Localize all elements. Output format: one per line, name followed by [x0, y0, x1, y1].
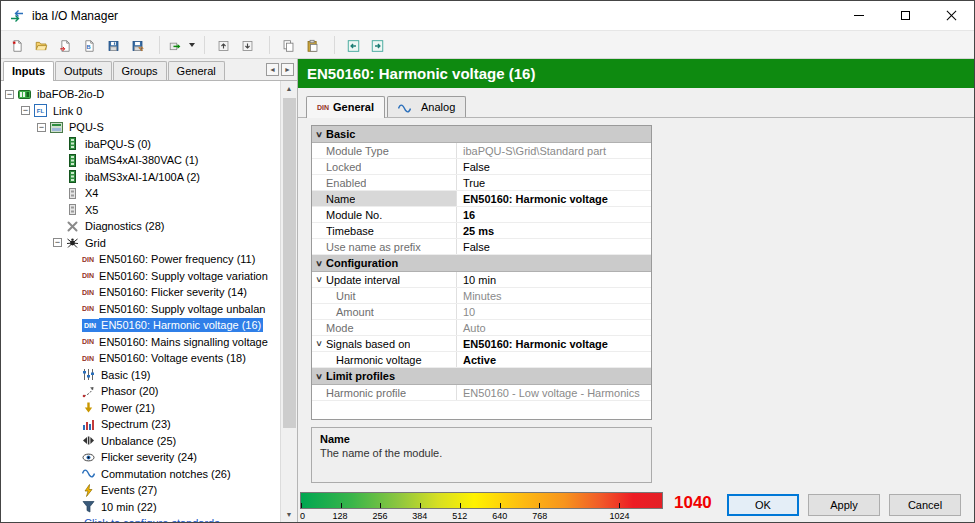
grid-section-header[interactable]: ∨Configuration [312, 255, 651, 272]
property-value-cell[interactable]: 10 [457, 304, 651, 319]
dropdown-caret-icon[interactable] [189, 43, 195, 47]
minimize-button[interactable] [836, 1, 882, 30]
tab-scroll-right-icon[interactable]: ► [281, 63, 294, 76]
grid-row[interactable]: NameEN50160: Harmonic voltage [312, 191, 651, 207]
tree-item[interactable]: DINEN50160: Power frequency (11) [1, 251, 280, 268]
tree-item[interactable]: −ibaFOB-2io-D [1, 86, 280, 103]
move-up-button[interactable] [213, 33, 237, 57]
collapse-icon[interactable]: − [21, 106, 30, 115]
tree-item[interactable]: DINEN50160: Supply voltage unbalan [1, 301, 280, 318]
tree-item[interactable]: 10 min (22) [1, 499, 280, 516]
collapse-icon[interactable]: ∨ [310, 372, 328, 381]
property-value-cell[interactable]: False [457, 239, 651, 254]
tree-item[interactable]: −Grid [1, 235, 280, 252]
apply-button[interactable]: Apply [808, 494, 880, 516]
tab-general[interactable]: General [168, 61, 225, 80]
tree-item[interactable]: Commutation notches (26) [1, 466, 280, 483]
grid-row[interactable]: Amount10 [312, 304, 651, 320]
grid-row[interactable]: Timebase25 ms [312, 223, 651, 239]
collapse-icon[interactable]: ∨ [312, 275, 328, 284]
collapse-icon[interactable]: − [53, 238, 62, 247]
tree-item[interactable]: X4 [1, 185, 280, 202]
property-value-cell[interactable]: Minutes [457, 288, 651, 303]
property-name-cell: Harmonic profile [312, 385, 457, 400]
property-value-cell[interactable]: Auto [457, 320, 651, 335]
tab-outputs[interactable]: Outputs [55, 61, 112, 80]
property-value-cell[interactable]: True [457, 175, 651, 190]
tree-item[interactable]: Click to configure standards [1, 515, 280, 522]
tree-item[interactable]: X5 [1, 202, 280, 219]
grid-row[interactable]: Harmonic profileEN50160 - Low voltage - … [312, 385, 651, 401]
cancel-button[interactable]: Cancel [889, 494, 961, 516]
maximize-button[interactable] [882, 1, 928, 30]
tree-item[interactable]: Flicker severity (24) [1, 449, 280, 466]
tree-item[interactable]: DINEN50160: Supply voltage variation [1, 268, 280, 285]
tree-item[interactable]: Diagnostics (28) [1, 218, 280, 235]
property-value-cell[interactable]: 16 [457, 207, 651, 222]
export-config-button[interactable] [127, 33, 151, 57]
tree-item[interactable]: −PQU-S [1, 119, 280, 136]
edit-config-button[interactable]: B [79, 33, 103, 57]
new-config-button[interactable] [7, 33, 31, 57]
grid-section-header[interactable]: ∨Basic [312, 126, 651, 143]
property-value-cell[interactable]: EN50160 - Low voltage - Harmonics [457, 385, 651, 400]
grid-row[interactable]: ModeAuto [312, 320, 651, 336]
tree-item[interactable]: Spectrum (23) [1, 416, 280, 433]
grid-row[interactable]: Module TypeibaPQU-S\Grid\Standard part [312, 143, 651, 159]
tab-scroll-left-icon[interactable]: ◄ [266, 63, 279, 76]
tree-item[interactable]: Phasor (20) [1, 383, 280, 400]
tree-item[interactable]: Events (27) [1, 482, 280, 499]
tab-analog[interactable]: Analog [387, 96, 466, 117]
tree-item[interactable]: DINEN50160: Flicker severity (14) [1, 284, 280, 301]
tree-item[interactable]: DINEN50160: Voltage events (18) [1, 350, 280, 367]
tab-inputs[interactable]: Inputs [3, 61, 54, 81]
tree-item[interactable]: −FLLink 0 [1, 103, 280, 120]
tree-item[interactable]: ibaMS4xAI-380VAC (1) [1, 152, 280, 169]
ok-button[interactable]: OK [727, 494, 799, 516]
paste-button[interactable] [302, 33, 326, 57]
grid-row[interactable]: EnabledTrue [312, 175, 651, 191]
save-config-button[interactable] [103, 33, 127, 57]
property-value-cell[interactable]: EN50160: Harmonic voltage [457, 336, 651, 351]
tree-item[interactable]: Power (21) [1, 400, 280, 417]
grid-row[interactable]: Use name as prefixFalse [312, 239, 651, 255]
add-config-button[interactable] [55, 33, 79, 57]
tree-item[interactable]: ibaPQU-S (0) [1, 136, 280, 153]
grid-row[interactable]: Harmonic voltageActive [312, 352, 651, 368]
property-value-cell[interactable]: 10 min [457, 272, 651, 287]
grid-row[interactable]: ∨Signals based onEN50160: Harmonic volta… [312, 336, 651, 352]
collapse-icon[interactable]: − [5, 90, 14, 99]
close-button[interactable] [928, 1, 974, 30]
grid-row[interactable]: UnitMinutes [312, 288, 651, 304]
collapse-icon[interactable]: − [37, 123, 46, 132]
tab-general[interactable]: DINGeneral [306, 96, 385, 118]
move-down-button[interactable] [237, 33, 261, 57]
property-value-cell[interactable]: EN50160: Harmonic voltage [457, 191, 651, 206]
grid-section-header[interactable]: ∨Limit profiles [312, 368, 651, 385]
property-value-cell[interactable]: False [457, 159, 651, 174]
tree-item[interactable]: Unbalance (25) [1, 433, 280, 450]
tree-item[interactable]: DINEN50160: Mains signalling voltage [1, 334, 280, 351]
back-button[interactable] [343, 33, 367, 57]
collapse-icon[interactable]: ∨ [310, 130, 328, 139]
grid-row[interactable]: ∨Update interval10 min [312, 272, 651, 288]
tab-groups[interactable]: Groups [113, 61, 167, 80]
grid-row[interactable]: Module No.16 [312, 207, 651, 223]
apply-config-button[interactable] [168, 33, 196, 57]
property-value-cell[interactable]: 25 ms [457, 223, 651, 238]
scroll-down-icon[interactable]: ▼ [281, 507, 297, 522]
scroll-up-icon[interactable]: ▲ [281, 81, 297, 96]
tree-item[interactable]: DINEN50160: Harmonic voltage (16) [1, 317, 280, 334]
tree-scrollbar[interactable]: ▲ ▼ [280, 81, 297, 522]
collapse-icon[interactable]: ∨ [310, 259, 328, 268]
tree-item[interactable]: ibaMS3xAI-1A/100A (2) [1, 169, 280, 186]
property-value-cell[interactable]: Active [457, 352, 651, 367]
scrollbar-thumb[interactable] [283, 98, 296, 428]
collapse-icon[interactable]: ∨ [312, 339, 328, 348]
open-config-button[interactable] [31, 33, 55, 57]
forward-button[interactable] [367, 33, 391, 57]
tree-item[interactable]: Basic (19) [1, 367, 280, 384]
property-value-cell[interactable]: ibaPQU-S\Grid\Standard part [457, 143, 651, 158]
grid-row[interactable]: LockedFalse [312, 159, 651, 175]
copy-button[interactable] [278, 33, 302, 57]
